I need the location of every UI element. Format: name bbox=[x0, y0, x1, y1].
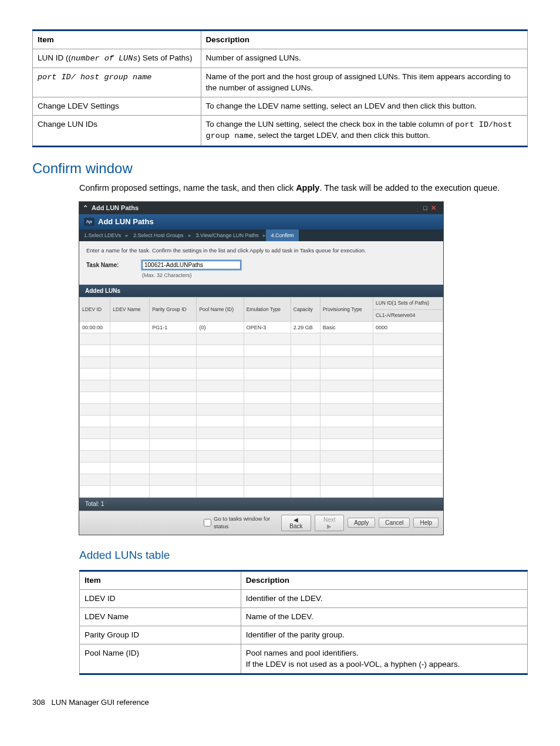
cell bbox=[244, 463, 291, 474]
added-luns-description-table: Item Description LDEV ID Identifier of t… bbox=[79, 570, 528, 675]
close-icon[interactable]: ✕ bbox=[431, 204, 440, 211]
section-body-post: . The task will be added to the executio… bbox=[319, 183, 500, 193]
cell bbox=[197, 463, 244, 474]
gh-emul[interactable]: Emulation Type bbox=[244, 298, 291, 322]
cell bbox=[80, 486, 110, 498]
added-luns-grid: LDEV ID LDEV Name Parity Group ID Pool N… bbox=[79, 297, 443, 498]
apply-button[interactable]: Apply bbox=[348, 518, 375, 528]
cell: Basic bbox=[320, 322, 373, 333]
maximize-icon[interactable]: □ bbox=[423, 204, 431, 211]
task-name-input[interactable] bbox=[142, 261, 241, 269]
gh-lunid[interactable]: LUN ID(1 Sets of Paths) bbox=[373, 298, 443, 309]
th-item: Item bbox=[38, 35, 54, 44]
cell bbox=[291, 369, 320, 380]
cell bbox=[373, 380, 443, 392]
cell bbox=[291, 404, 320, 416]
cell bbox=[110, 392, 150, 404]
cell-desc-3b: , select the target LDEV, and then click… bbox=[254, 131, 430, 140]
tasks-checkbox[interactable] bbox=[204, 519, 211, 526]
cell bbox=[197, 474, 244, 486]
cell bbox=[80, 345, 110, 357]
cell bbox=[291, 345, 320, 357]
cell bbox=[244, 369, 291, 380]
table-row[interactable]: 00:00:00 PG1-1 (0) OPEN-3 2.29 GB Basic … bbox=[80, 322, 443, 333]
step-4[interactable]: 4.Confirm bbox=[266, 229, 298, 241]
back-button[interactable]: ◀ Back bbox=[281, 515, 312, 531]
cell bbox=[320, 333, 373, 345]
hp-logo-icon: hp bbox=[84, 218, 95, 226]
cell bbox=[150, 463, 197, 474]
gh-cap[interactable]: Capacity bbox=[291, 298, 320, 322]
gh-ldev-name[interactable]: LDEV Name bbox=[110, 298, 150, 322]
table-row bbox=[80, 404, 443, 416]
cell: OPEN-3 bbox=[244, 322, 291, 333]
page-footer: 308 LUN Manager GUI reference bbox=[32, 697, 528, 708]
cell bbox=[291, 427, 320, 439]
cell bbox=[320, 486, 373, 498]
cell bbox=[150, 357, 197, 369]
cell bbox=[197, 333, 244, 345]
cell bbox=[150, 451, 197, 463]
gh-ldev-id[interactable]: LDEV ID bbox=[80, 298, 110, 322]
step-1[interactable]: 1.Select LDEVs bbox=[79, 229, 126, 241]
cell bbox=[291, 486, 320, 498]
cell bbox=[197, 404, 244, 416]
cell bbox=[80, 404, 110, 416]
help-button[interactable]: Help bbox=[413, 518, 438, 528]
gh-parity[interactable]: Parity Group ID bbox=[150, 298, 197, 322]
cell bbox=[244, 392, 291, 404]
wizard-steps: 1.Select LDEVs▸ 2.Select Host Groups▸ 3.… bbox=[79, 229, 443, 241]
cell bbox=[197, 486, 244, 498]
cell bbox=[150, 333, 197, 345]
cell bbox=[373, 357, 443, 369]
cell bbox=[291, 463, 320, 474]
cell bbox=[197, 369, 244, 380]
cell bbox=[110, 345, 150, 357]
gh-port[interactable]: CL1-A/Reserve04 bbox=[373, 309, 443, 321]
cell-item-2: Change LDEV Settings bbox=[38, 102, 119, 110]
cell bbox=[150, 486, 197, 498]
cell bbox=[150, 404, 197, 416]
cell bbox=[373, 427, 443, 439]
wizard-body: Enter a name for the task. Confirm the s… bbox=[79, 241, 443, 511]
cell bbox=[244, 474, 291, 486]
cell bbox=[80, 333, 110, 345]
cell bbox=[80, 474, 110, 486]
instruction-text: Enter a name for the task. Confirm the s… bbox=[86, 247, 436, 255]
ribbon-title: Add LUN Paths bbox=[98, 217, 154, 227]
cell bbox=[291, 416, 320, 427]
wizard-footer: Go to tasks window for status ◀ Back Nex… bbox=[79, 511, 443, 535]
cell: 00:00:00 bbox=[80, 322, 110, 333]
bth-desc: Description bbox=[246, 576, 289, 585]
bcell-desc-1: Name of the LDEV. bbox=[246, 612, 313, 621]
table-row bbox=[80, 463, 443, 474]
bth-item: Item bbox=[85, 576, 101, 585]
step-3[interactable]: 3.View/Change LUN Paths bbox=[191, 229, 264, 241]
table-row bbox=[80, 392, 443, 404]
gh-prov[interactable]: Provisioning Type bbox=[320, 298, 373, 322]
table-row bbox=[80, 369, 443, 380]
step-2[interactable]: 2.Select Host Groups bbox=[129, 229, 188, 241]
cell bbox=[197, 416, 244, 427]
cell bbox=[320, 404, 373, 416]
cell bbox=[150, 380, 197, 392]
cancel-button[interactable]: Cancel bbox=[379, 518, 410, 528]
cell bbox=[373, 451, 443, 463]
window-titlebar: ⌃ Add LUN Paths □✕ bbox=[79, 202, 443, 214]
grid-body: 00:00:00 PG1-1 (0) OPEN-3 2.29 GB Basic … bbox=[80, 322, 443, 498]
bcell-item-1: LDEV Name bbox=[85, 612, 129, 621]
task-name-label: Task Name: bbox=[86, 261, 142, 269]
cell bbox=[110, 439, 150, 451]
gh-pool[interactable]: Pool Name (ID) bbox=[197, 298, 244, 322]
cell bbox=[320, 427, 373, 439]
table-row bbox=[80, 333, 443, 345]
cell bbox=[110, 404, 150, 416]
cell bbox=[244, 404, 291, 416]
cell bbox=[150, 439, 197, 451]
th-desc: Description bbox=[206, 35, 249, 44]
cell-item-1-code: port ID/ host group name bbox=[38, 73, 151, 82]
cell bbox=[110, 369, 150, 380]
cell bbox=[197, 345, 244, 357]
next-button[interactable]: Next ▶ bbox=[315, 515, 344, 531]
cell bbox=[80, 463, 110, 474]
